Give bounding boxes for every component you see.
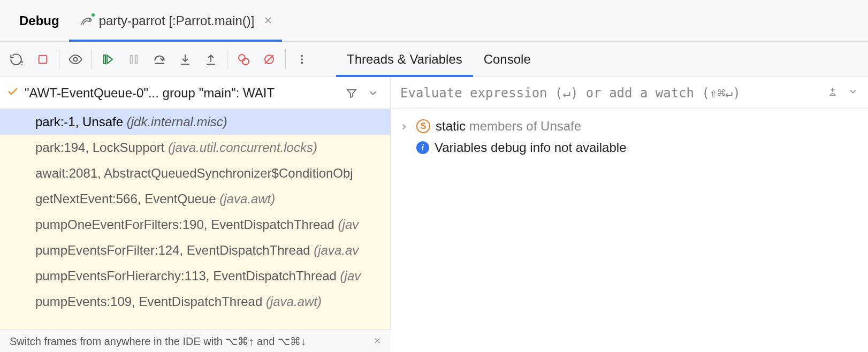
stack-frame[interactable]: getNextEvent:566, EventQueue (java.awt) bbox=[0, 186, 390, 212]
view-breakpoints-button[interactable] bbox=[231, 47, 256, 72]
debug-label: Debug bbox=[19, 13, 59, 28]
frame-package: (java.av bbox=[314, 243, 359, 257]
evaluate-expression-input[interactable]: Evaluate expression (↵) or add a watch (… bbox=[391, 77, 868, 109]
debug-tool-window-title: Debug bbox=[10, 0, 69, 41]
content-tabs: Threads & Variables Console bbox=[336, 42, 542, 76]
svg-point-10 bbox=[239, 55, 245, 61]
frame-method: await:2081, AbstractQueuedSynchronizer$C… bbox=[35, 166, 353, 180]
show-execution-point-button[interactable] bbox=[63, 47, 88, 72]
frame-package: (jdk.internal.misc) bbox=[127, 114, 227, 129]
svg-rect-2 bbox=[39, 55, 47, 63]
run-config-label: party-parrot [:Parrot.main()] bbox=[99, 13, 255, 28]
close-tip-icon[interactable] bbox=[374, 335, 381, 347]
thread-label: "AWT-EventQueue-0"... group "main": WAIT bbox=[25, 86, 341, 101]
check-icon bbox=[6, 85, 19, 101]
frame-package: (jav bbox=[338, 217, 359, 232]
info-message: Variables debug info not available bbox=[435, 140, 626, 155]
svg-rect-5 bbox=[131, 55, 133, 63]
frames-list: park:-1, Unsafe (jdk.internal.misc) park… bbox=[0, 109, 390, 330]
run-config-icon bbox=[79, 13, 94, 28]
chevron-down-icon[interactable] bbox=[362, 82, 384, 104]
step-over-button[interactable] bbox=[147, 47, 172, 72]
separator bbox=[92, 50, 92, 69]
rerun-button[interactable] bbox=[4, 47, 30, 72]
pause-button[interactable] bbox=[121, 47, 147, 72]
stack-frame[interactable]: pumpOneEventForFilters:190, EventDispatc… bbox=[0, 212, 390, 238]
mute-breakpoints-button[interactable] bbox=[256, 47, 282, 72]
stack-frame[interactable]: pumpEvents:109, EventDispatchThread (jav… bbox=[0, 289, 390, 315]
svg-rect-4 bbox=[104, 55, 105, 64]
step-out-button[interactable] bbox=[198, 47, 224, 72]
variables-panel: Evaluate expression (↵) or add a watch (… bbox=[391, 77, 868, 330]
watch-placeholder: Evaluate expression (↵) or add a watch (… bbox=[400, 86, 826, 101]
stack-frame[interactable]: park:-1, Unsafe (jdk.internal.misc) bbox=[0, 109, 390, 135]
svg-point-14 bbox=[301, 55, 303, 57]
variables-list: S static members of Unsafe i Variables d… bbox=[391, 109, 868, 165]
svg-rect-6 bbox=[135, 55, 138, 63]
separator bbox=[285, 50, 286, 69]
separator bbox=[227, 50, 227, 69]
tip-text: Switch frames from anywhere in the IDE w… bbox=[10, 335, 306, 348]
stop-button[interactable] bbox=[30, 47, 56, 72]
svg-point-3 bbox=[74, 57, 78, 61]
stack-frame[interactable]: park:194, LockSupport (java.util.concurr… bbox=[0, 135, 390, 160]
frame-method: pumpEvents:109, EventDispatchThread bbox=[35, 294, 266, 309]
close-tab-icon[interactable] bbox=[264, 14, 272, 28]
variable-label: static members of Unsafe bbox=[436, 119, 581, 134]
svg-point-11 bbox=[242, 58, 249, 65]
frame-package: (java.awt) bbox=[219, 192, 275, 206]
info-icon: i bbox=[416, 141, 429, 154]
stack-frame[interactable]: pumpEventsForFilter:124, EventDispatchTh… bbox=[0, 238, 390, 263]
more-actions-button[interactable] bbox=[289, 47, 315, 72]
tab-console[interactable]: Console bbox=[473, 42, 542, 76]
svg-point-1 bbox=[21, 61, 23, 63]
frame-method: getNextEvent:566, EventQueue bbox=[35, 192, 219, 206]
frame-method: pumpEventsForHierarchy:113, EventDispatc… bbox=[35, 269, 340, 283]
add-watch-icon[interactable] bbox=[826, 85, 839, 101]
step-into-button[interactable] bbox=[172, 47, 198, 72]
stack-frame[interactable]: await:2081, AbstractQueuedSynchronizer$C… bbox=[0, 160, 390, 186]
svg-point-15 bbox=[301, 58, 303, 60]
stack-frame[interactable]: pumpEventsForHierarchy:113, EventDispatc… bbox=[0, 263, 390, 289]
expand-icon[interactable] bbox=[400, 119, 411, 134]
svg-point-0 bbox=[89, 19, 90, 20]
frame-method: park:-1, Unsafe bbox=[35, 114, 127, 129]
tab-threads-variables[interactable]: Threads & Variables bbox=[336, 42, 473, 76]
tab-label: Console bbox=[484, 52, 531, 67]
chevron-down-icon[interactable] bbox=[848, 85, 858, 101]
thread-selector[interactable]: "AWT-EventQueue-0"... group "main": WAIT bbox=[0, 77, 390, 109]
run-config-tab[interactable]: party-parrot [:Parrot.main()] bbox=[69, 0, 283, 41]
tab-label: Threads & Variables bbox=[347, 52, 462, 67]
variable-row-static[interactable]: S static members of Unsafe bbox=[391, 116, 868, 137]
frame-package: (java.awt) bbox=[266, 294, 322, 309]
static-badge-icon: S bbox=[416, 119, 430, 133]
filter-icon[interactable] bbox=[341, 82, 362, 104]
frame-method: pumpEventsForFilter:124, EventDispatchTh… bbox=[35, 243, 314, 257]
resume-button[interactable] bbox=[95, 47, 121, 72]
debug-body: "AWT-EventQueue-0"... group "main": WAIT… bbox=[0, 77, 868, 330]
frame-package: (jav bbox=[340, 269, 361, 283]
frames-panel: "AWT-EventQueue-0"... group "main": WAIT… bbox=[0, 77, 391, 330]
frame-method: park:194, LockSupport bbox=[35, 140, 168, 155]
variable-row-info: i Variables debug info not available bbox=[391, 137, 868, 158]
svg-point-16 bbox=[301, 62, 303, 64]
separator bbox=[59, 50, 59, 69]
frame-method: pumpOneEventForFilters:190, EventDispatc… bbox=[35, 217, 338, 232]
header-tab-bar: Debug party-parrot [:Parrot.main()] bbox=[0, 0, 868, 42]
frames-tip: Switch frames from anywhere in the IDE w… bbox=[0, 330, 391, 352]
frame-package: (java.util.concurrent.locks) bbox=[168, 140, 317, 155]
debug-toolbar: Threads & Variables Console bbox=[0, 42, 868, 77]
